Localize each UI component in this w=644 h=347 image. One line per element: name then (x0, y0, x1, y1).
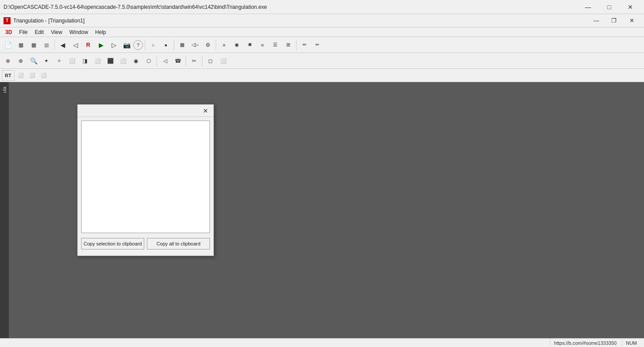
toolbar2-zoom-window[interactable]: ⊕ (15, 55, 27, 67)
app-minimize-button[interactable]: — (588, 15, 605, 26)
toolbar1-grid2-button[interactable]: ▦ (27, 39, 40, 51)
toolbar1-new-button[interactable]: 📄 (2, 39, 14, 51)
dialog-content: Copy selection to clipboard Copy all to … (78, 117, 213, 256)
toolbar2-btn7[interactable]: ◨ (79, 55, 91, 67)
toolbar1-btn21[interactable]: ☰ (269, 39, 281, 51)
toolbar2-zoom-all[interactable]: ⊕ (2, 55, 14, 67)
left-edge-label: ula (2, 87, 7, 93)
toolbar2-btn8[interactable]: ⬜ (91, 55, 104, 67)
toolbar1-btn20[interactable]: ≡ (256, 39, 269, 51)
toolbar1-next-button[interactable]: ▷ (108, 39, 120, 51)
toolbar1-btn19[interactable]: ✱ (243, 39, 256, 51)
toolbar1-sep5 (296, 40, 296, 50)
toolbar2-btn17[interactable]: ⬜ (217, 55, 229, 67)
toolbar3-rt-button[interactable]: RT (2, 70, 15, 81)
toolbar1-help-button[interactable]: ? (133, 40, 143, 50)
app-title: Triangulation - [Triangulation1] (13, 18, 588, 24)
dialog: ✕ Copy selection to clipboard Copy all t… (77, 104, 214, 256)
dialog-close-button[interactable]: ✕ (200, 106, 211, 115)
toolbar1-btn22[interactable]: ⊞ (282, 39, 294, 51)
statusbar-right: https://b.com/#some1333350 NUM (550, 340, 640, 346)
app-close-button[interactable]: ✕ (623, 15, 640, 26)
app-restore-button[interactable]: ❐ (605, 15, 623, 26)
left-edge: ula (0, 82, 9, 347)
toolbar2-btn4[interactable]: ✦ (40, 55, 52, 67)
dialog-textarea[interactable] (81, 121, 210, 233)
menubar: 3D File Edit View Window Help (0, 27, 644, 37)
toolbar3-btn1[interactable]: ⬜ (15, 70, 26, 81)
toolbar2-btn12[interactable]: ⬡ (142, 55, 155, 67)
app-titlebar: T Triangulation - [Triangulation1] — ❐ ✕ (0, 14, 644, 27)
main-content: ula ✕ Copy selection to clipboard Copy a… (0, 82, 644, 347)
dialog-titlebar: ✕ (78, 105, 213, 117)
toolbar2-sep1 (157, 56, 157, 66)
toolbar1-btn14[interactable]: ▦ (176, 39, 188, 51)
os-close-button[interactable]: ✕ (620, 1, 640, 13)
app-window-controls: — ❐ ✕ (588, 15, 640, 26)
toolbar1-prev-button[interactable]: ◀ (56, 39, 69, 51)
toolbar1-btn24[interactable]: ✏ (311, 39, 323, 51)
toolbar1-sep4 (216, 40, 216, 50)
toolbar1-btn12[interactable]: ○ (147, 39, 159, 51)
os-maximize-button[interactable]: □ (599, 1, 619, 13)
toolbar1-camera-button[interactable]: 📷 (120, 39, 133, 51)
toolbar1-sep2 (145, 40, 145, 50)
toolbar2-zoom-in[interactable]: 🔍 (27, 55, 40, 67)
toolbar1-btn13[interactable]: ● (160, 39, 172, 51)
toolbar2: ⊕ ⊕ 🔍 ✦ ✧ ⬜ ◨ ⬜ ⬛ ⬜ ◉ ⬡ ◁ ☎ ✂ ◻ ⬜ (0, 53, 644, 69)
toolbar1-play-button[interactable]: ▶ (95, 39, 107, 51)
toolbar2-btn9[interactable]: ⬛ (104, 55, 116, 67)
toolbar1-back-button[interactable]: ◁ (69, 39, 82, 51)
app-icon: T (4, 17, 11, 24)
toolbar1-btn18[interactable]: ◉ (231, 39, 243, 51)
toolbar2-btn11[interactable]: ◉ (130, 55, 142, 67)
menu-window[interactable]: Window (66, 28, 92, 36)
menu-file[interactable]: File (15, 28, 31, 36)
toolbar1-btn16[interactable]: ⚙ (202, 39, 214, 51)
toolbar3: RT ⬜ ⬜ ⬜ (0, 69, 644, 82)
os-titlebar: D:\OpenCASCADE-7.5.0-vc14-64\opencascade… (0, 0, 644, 14)
toolbar2-btn5[interactable]: ✧ (53, 55, 65, 67)
toolbar1-sep1 (54, 40, 55, 50)
os-window-controls: — □ ✕ (578, 1, 640, 13)
toolbar1-sep3 (174, 40, 174, 50)
dialog-buttons: Copy selection to clipboard Copy all to … (81, 238, 210, 252)
toolbar3-btn3[interactable]: ⬜ (38, 70, 49, 81)
copy-all-button[interactable]: Copy all to clipboard (147, 238, 210, 249)
toolbar1-btn23[interactable]: ✏ (298, 39, 311, 51)
statusbar-url: https://b.com/#some1333350 (550, 340, 620, 346)
toolbar2-btn6[interactable]: ⬜ (66, 55, 78, 67)
toolbar1-record-button[interactable]: R (82, 39, 94, 51)
toolbar2-btn10[interactable]: ⬜ (117, 55, 129, 67)
statusbar-num: NUM (622, 340, 640, 346)
toolbar1-grid3-button[interactable]: ▦ (40, 39, 52, 51)
toolbar3-btn2[interactable]: ⬜ (27, 70, 37, 81)
statusbar: https://b.com/#some1333350 NUM (0, 338, 644, 347)
toolbar1: 📄 ▦ ▦ ▦ ◀ ◁ R ▶ ▷ 📷 ? ○ ● ▦ ◁▷ ⚙ ≡ ◉ ✱ ≡… (0, 37, 644, 53)
copy-selection-button[interactable]: Copy selection to clipboard (81, 238, 144, 249)
app-window: T Triangulation - [Triangulation1] — ❐ ✕… (0, 14, 644, 347)
menu-edit[interactable]: Edit (31, 28, 48, 36)
menu-view[interactable]: View (47, 28, 66, 36)
toolbar2-sep3 (202, 56, 202, 66)
toolbar1-btn15[interactable]: ◁▷ (189, 39, 201, 51)
toolbar2-btn15[interactable]: ✂ (188, 55, 200, 67)
toolbar2-btn13[interactable]: ◁ (159, 55, 171, 67)
toolbar1-btn17[interactable]: ≡ (218, 39, 230, 51)
toolbar2-sep2 (186, 56, 186, 66)
os-title-path: D:\OpenCASCADE-7.5.0-vc14-64\opencascade… (4, 4, 578, 10)
menu-3d[interactable]: 3D (2, 28, 15, 36)
toolbar1-grid1-button[interactable]: ▦ (15, 39, 27, 51)
os-minimize-button[interactable]: — (578, 1, 598, 13)
menu-help[interactable]: Help (92, 28, 110, 36)
toolbar2-btn14[interactable]: ☎ (172, 55, 184, 67)
toolbar2-btn16[interactable]: ◻ (204, 55, 217, 67)
